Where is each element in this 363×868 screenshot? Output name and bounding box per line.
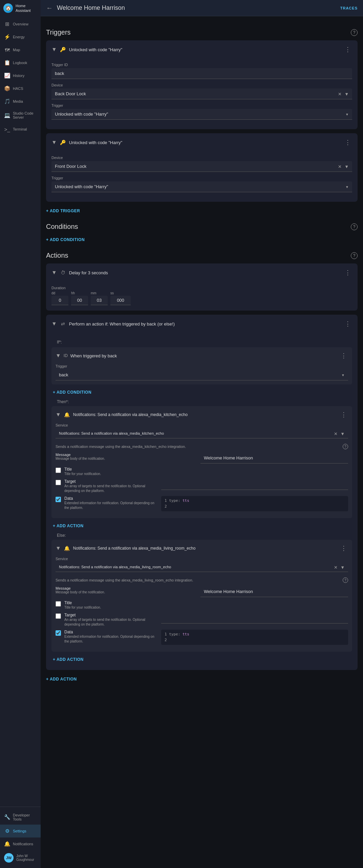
trigger2-trigger-select[interactable]: Unlocked with code "Harry" [51, 181, 352, 192]
trigger1-device-clear[interactable]: ✕ [337, 91, 342, 97]
sidebar-item-label: Terminal [13, 127, 27, 131]
condition-trigger-select[interactable]: back [56, 370, 348, 380]
trigger2-device-label: Device [51, 156, 352, 160]
else-target-input[interactable] [161, 613, 348, 624]
then-action-header[interactable]: ▼ 🔔 Notifications: Send a notification v… [51, 406, 352, 423]
trigger1-header[interactable]: ▼ 🔑 Unlocked with code "Harry" ⋮ [46, 40, 358, 59]
sidebar-item-energy[interactable]: ⚡ Energy [0, 31, 41, 43]
then-message-input[interactable] [200, 453, 348, 463]
trigger1-chevron[interactable]: ▼ [51, 46, 57, 53]
else-target-label: Target [64, 613, 158, 617]
add-condition-button[interactable]: + ADD CONDITION [46, 235, 358, 245]
then-message-label: Message [56, 453, 196, 457]
if-add-condition-button[interactable]: + ADD CONDITION [51, 387, 352, 397]
if-condition-chevron[interactable]: ▼ [56, 353, 61, 359]
sidebar-item-overview[interactable]: ⊞ Overview [0, 18, 41, 31]
else-service-wrapper: Notifications: Send a notification via a… [56, 562, 348, 572]
then-title-optional-row: Title Title for your notification. [56, 467, 348, 476]
else-action-chevron[interactable]: ▼ [56, 545, 61, 551]
then-data-desc: Extended information for notification. O… [64, 501, 158, 510]
else-action-bell-icon: 🔔 [64, 545, 70, 552]
add-trigger-button[interactable]: + ADD TRIGGER [46, 206, 358, 216]
then-data-checkbox[interactable] [56, 497, 61, 502]
trigger2-lock-icon: 🔑 [60, 139, 66, 146]
then-add-action-button[interactable]: + ADD ACTION [51, 521, 352, 531]
then-message-desc: Message Message body of the notification… [56, 453, 196, 460]
back-button[interactable]: ← [46, 4, 53, 12]
sidebar-item-history[interactable]: 📈 History [0, 69, 41, 82]
then-service-clear[interactable]: ✕ [333, 430, 338, 437]
triggers-title: Triggers [46, 28, 71, 36]
conditions-help-icon[interactable]: ? [351, 223, 358, 230]
else-target-checkbox[interactable] [56, 613, 61, 619]
duration-dd-input[interactable] [51, 296, 68, 305]
action-delay-menu-icon[interactable]: ⋮ [343, 268, 352, 278]
sidebar-item-logbook[interactable]: 📋 Logbook [0, 56, 41, 69]
trigger1-menu-icon[interactable]: ⋮ [343, 44, 352, 55]
sidebar-item-developer-tools[interactable]: 🔧 Developer Tools [0, 810, 41, 825]
trigger2-device-value: Front Door Lock [51, 161, 352, 172]
sidebar-item-map[interactable]: 🗺 Map [0, 43, 41, 56]
trigger2-chevron[interactable]: ▼ [51, 139, 57, 145]
sidebar-item-hacs[interactable]: 📦 HACS [0, 82, 41, 95]
action-delay-chevron[interactable]: ▼ [51, 270, 57, 276]
traces-button[interactable]: TRACES [340, 6, 358, 10]
action-delay-header[interactable]: ▼ ⏱ Delay for 3 seconds ⋮ [46, 263, 358, 282]
sidebar-item-media[interactable]: 🎵 Media [0, 95, 41, 108]
else-service-clear[interactable]: ✕ [333, 564, 338, 570]
trigger1-device-dropdown[interactable]: ▼ [344, 91, 349, 97]
sidebar-user[interactable]: JW John W Goughmour [0, 850, 41, 865]
else-message-input[interactable] [200, 586, 348, 597]
sidebar-item-label: Energy [13, 35, 25, 39]
trigger2-device-wrapper: Front Door Lock ✕ ▼ [51, 161, 352, 172]
trigger2-menu-icon[interactable]: ⋮ [343, 137, 352, 147]
trigger2-device-field: Device Front Door Lock ✕ ▼ [51, 156, 352, 172]
trigger2-device-clear[interactable]: ✕ [337, 163, 342, 170]
then-target-checkbox[interactable] [56, 480, 61, 485]
trigger1-device-field: Device Back Door Lock ✕ ▼ [51, 83, 352, 99]
sidebar-item-notifications[interactable]: 🔔 Notifications [0, 837, 41, 850]
sidebar: 🏠 Home Assistant ⊞ Overview ⚡ Energy 🗺 M… [0, 0, 41, 868]
trigger1-id-input[interactable] [51, 68, 352, 79]
action-if-chevron[interactable]: ▼ [51, 321, 57, 327]
then-target-input[interactable] [161, 479, 348, 490]
trigger2-device-dropdown[interactable]: ▼ [344, 163, 349, 170]
then-data-line-num2: 2 [165, 504, 167, 509]
global-add-action-button[interactable]: + ADD ACTION [46, 674, 358, 684]
trigger2-header[interactable]: ▼ 🔑 Unlocked with code "Harry" ⋮ [46, 133, 358, 152]
else-service-dropdown[interactable]: ▼ [340, 564, 345, 570]
duration-hh-input[interactable] [71, 296, 88, 305]
trigger2-trigger-select-wrapper: Unlocked with code "Harry" [51, 181, 352, 192]
else-title-optional-row: Title Title for your notification. [56, 600, 348, 610]
then-action-menu-icon[interactable]: ⋮ [339, 410, 348, 420]
else-service-actions: ✕ ▼ [333, 564, 345, 570]
trigger1-trigger-select[interactable]: Unlocked with code "Harry" [51, 109, 352, 120]
sidebar-item-studio[interactable]: 💻 Studio Code Server [0, 108, 41, 123]
if-condition-menu-icon[interactable]: ⋮ [339, 351, 348, 361]
else-action-menu-icon[interactable]: ⋮ [339, 543, 348, 553]
duration-mm-input[interactable] [91, 296, 108, 305]
then-action-body: Service Notifications: Send a notificati… [51, 423, 352, 518]
trigger1-id-field: Trigger ID [51, 63, 352, 79]
triggers-help-icon[interactable]: ? [351, 29, 358, 36]
sidebar-item-label: Overview [13, 22, 28, 26]
actions-help-icon[interactable]: ? [351, 252, 358, 259]
else-service-field: Service Notifications: Send a notificati… [56, 557, 348, 572]
sidebar-item-settings[interactable]: ⚙ Settings [0, 825, 41, 837]
else-data-checkbox[interactable] [56, 630, 61, 636]
else-action-header[interactable]: ▼ 🔔 Notifications: Send a notification v… [51, 540, 352, 557]
then-service-dropdown[interactable]: ▼ [340, 430, 345, 437]
duration-ss-input[interactable] [110, 296, 131, 305]
else-data-info: Data Extended information for notificati… [64, 630, 158, 644]
trigger1-device-value: Back Door Lock [51, 88, 352, 99]
sidebar-item-terminal[interactable]: >_ Terminal [0, 123, 41, 136]
then-title-checkbox[interactable] [56, 468, 61, 473]
else-title-checkbox[interactable] [56, 601, 61, 607]
action-if-menu-icon[interactable]: ⋮ [343, 319, 352, 329]
then-action-chevron[interactable]: ▼ [56, 412, 61, 418]
else-add-action-button[interactable]: + ADD ACTION [51, 654, 352, 665]
if-condition-header[interactable]: ▼ ID When triggered by back ⋮ [51, 347, 352, 364]
action-if-header[interactable]: ▼ ⇄ Perform an action if: When triggered… [46, 315, 358, 333]
else-integration-help-icon[interactable]: ? [343, 577, 348, 583]
then-integration-help-icon[interactable]: ? [343, 444, 348, 449]
